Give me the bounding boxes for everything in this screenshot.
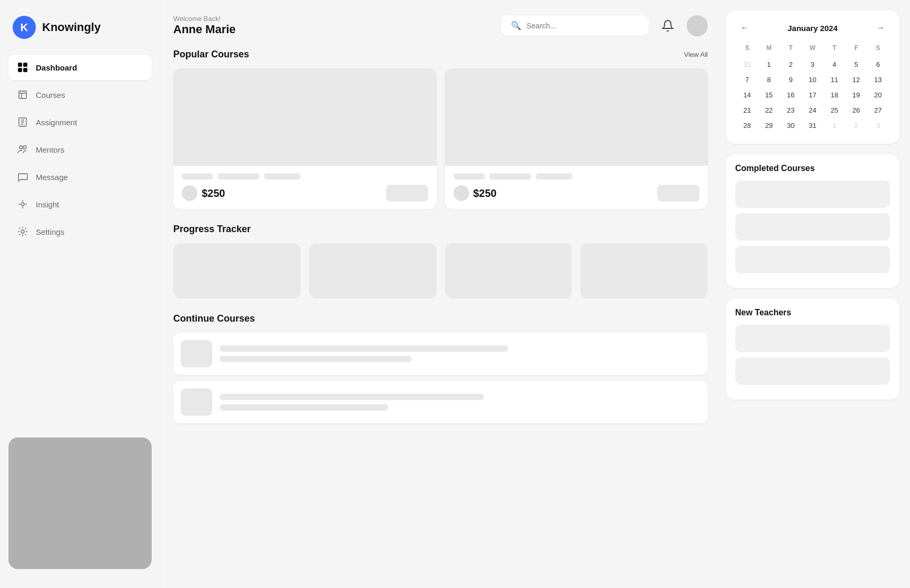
cal-day[interactable]: 14 [736, 87, 758, 103]
course-card-1[interactable]: $250 [173, 68, 437, 209]
continue-lines-2 [220, 394, 700, 411]
continue-line [220, 394, 484, 400]
assignment-icon [17, 116, 28, 128]
course-meta-2 [453, 173, 700, 180]
teacher-card-1[interactable] [735, 325, 890, 352]
mentors-label: Mentors [36, 145, 64, 154]
cal-day[interactable]: 17 [802, 87, 823, 103]
cal-day[interactable]: 21 [736, 103, 758, 118]
search-input[interactable] [527, 22, 639, 30]
cal-day[interactable]: 26 [845, 103, 867, 118]
meta-pill [182, 173, 213, 180]
cal-day[interactable]: 7 [736, 72, 758, 87]
cal-day[interactable]: 8 [758, 72, 779, 87]
calendar-prev-button[interactable]: ← [736, 21, 753, 35]
new-teachers-section: New Teachers [726, 298, 899, 400]
cal-day[interactable]: 23 [780, 103, 802, 118]
cal-day[interactable]: 3 [802, 57, 823, 72]
cal-day[interactable]: 31 [736, 57, 758, 72]
cal-day[interactable]: 19 [845, 87, 867, 103]
cal-day[interactable]: 29 [758, 118, 779, 133]
cal-day[interactable]: 20 [867, 87, 889, 103]
notification-bell[interactable] [657, 15, 678, 36]
course-avatar-2 [453, 185, 469, 201]
progress-card-4[interactable] [580, 243, 708, 298]
app-name: Knowingly [42, 21, 101, 34]
cal-day[interactable]: 31 [802, 118, 823, 133]
cal-day[interactable]: 25 [824, 103, 845, 118]
continue-lines-1 [220, 345, 700, 362]
cal-day[interactable]: 4 [824, 57, 845, 72]
cal-day[interactable]: 30 [780, 118, 802, 133]
cal-day[interactable]: 22 [758, 103, 779, 118]
cal-day[interactable]: 1 [758, 57, 779, 72]
sidebar-item-assignment[interactable]: Assignment [8, 109, 152, 135]
cal-day[interactable]: 24 [802, 103, 823, 118]
popular-courses-header: Popular Courses View All [173, 49, 708, 60]
cal-day[interactable]: 28 [736, 118, 758, 133]
cal-day[interactable]: 12 [845, 72, 867, 87]
sidebar-item-dashboard[interactable]: Dashboard [8, 55, 152, 80]
sidebar-item-message[interactable]: Message [8, 164, 152, 190]
cal-day[interactable]: 10 [802, 72, 823, 87]
completed-course-card-2[interactable] [735, 213, 890, 241]
cal-day[interactable]: 1 [824, 118, 845, 133]
continue-line [220, 345, 508, 352]
search-bar[interactable]: 🔍 [501, 15, 649, 36]
completed-courses-section: Completed Courses [726, 154, 899, 288]
continue-card-2[interactable] [173, 381, 708, 423]
settings-icon [17, 226, 28, 237]
sidebar-item-settings[interactable]: Settings [8, 219, 152, 244]
cal-day[interactable]: 13 [867, 72, 889, 87]
cal-day[interactable]: 11 [824, 72, 845, 87]
calendar-next-button[interactable]: → [872, 21, 889, 35]
progress-tracker-title: Progress Tracker [173, 224, 251, 235]
course-enroll-btn-1[interactable] [386, 185, 428, 202]
cal-day[interactable]: 27 [867, 103, 889, 118]
user-avatar[interactable] [687, 15, 708, 36]
cal-day[interactable]: 6 [867, 57, 889, 72]
continue-line [220, 404, 388, 411]
cal-day[interactable]: 15 [758, 87, 779, 103]
cal-day-header: S [736, 42, 758, 57]
cal-day[interactable]: 5 [845, 57, 867, 72]
dashboard-icon [17, 62, 28, 73]
course-enroll-btn-2[interactable] [657, 185, 699, 202]
svg-rect-2 [18, 68, 22, 72]
insight-label: Insight [36, 200, 59, 209]
cal-day[interactable]: 2 [780, 57, 802, 72]
completed-course-card-1[interactable] [735, 181, 890, 208]
continue-card-1[interactable] [173, 333, 708, 375]
cal-day[interactable]: 18 [824, 87, 845, 103]
calendar-title: January 2024 [787, 24, 837, 33]
new-teachers-title: New Teachers [735, 308, 890, 317]
view-all-button[interactable]: View All [684, 51, 708, 58]
progress-card-2[interactable] [309, 243, 437, 298]
courses-label: Courses [36, 91, 65, 99]
progress-card-3[interactable] [445, 243, 572, 298]
continue-courses-section: Continue Courses [173, 313, 708, 423]
cal-day[interactable]: 9 [780, 72, 802, 87]
progress-tracker-header: Progress Tracker [173, 224, 708, 235]
sidebar-item-mentors[interactable]: Mentors [8, 137, 152, 162]
cal-day[interactable]: 2 [845, 118, 867, 133]
continue-thumb-1 [181, 340, 212, 367]
svg-rect-1 [23, 63, 27, 67]
completed-course-card-3[interactable] [735, 246, 890, 273]
dashboard-label: Dashboard [36, 63, 77, 72]
popular-courses-title: Popular Courses [173, 49, 249, 60]
svg-rect-3 [23, 68, 27, 72]
popular-courses-section: Popular Courses View All $250 [173, 49, 708, 209]
sidebar-item-courses[interactable]: Courses [8, 82, 152, 107]
meta-pill [453, 173, 485, 180]
cal-day[interactable]: 3 [867, 118, 889, 133]
sidebar-item-insight[interactable]: Insight [8, 192, 152, 217]
course-card-2[interactable]: $250 [445, 68, 708, 209]
teacher-card-2[interactable] [735, 357, 890, 385]
svg-point-6 [23, 146, 26, 149]
cal-day-header: T [780, 42, 802, 57]
progress-card-1[interactable] [173, 243, 301, 298]
cal-day[interactable]: 16 [780, 87, 802, 103]
course-meta-1 [182, 173, 428, 180]
page-header: Welcome Back! Anne Marie 🔍 [173, 15, 708, 36]
